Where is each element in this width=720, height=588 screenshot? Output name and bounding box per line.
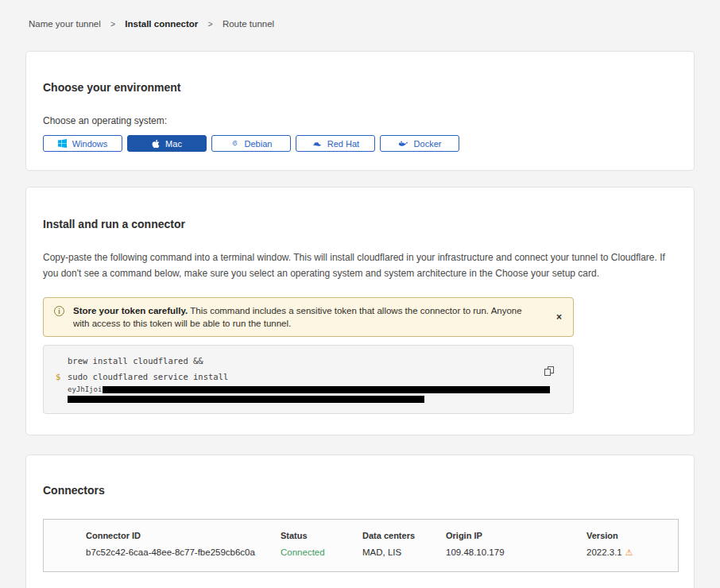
breadcrumb-separator: > [110, 19, 115, 29]
debian-icon [230, 139, 239, 148]
code-line-1: brew install cloudflared && [68, 353, 538, 369]
close-icon[interactable]: × [553, 310, 565, 324]
redhat-icon [312, 141, 322, 147]
environment-card-title: Choose your environment [43, 81, 677, 94]
os-button-row: Windows Mac Debian Red Hat Docker [43, 135, 677, 152]
breadcrumb: Name your tunnel > Install connector > R… [0, 0, 720, 29]
info-icon: i [54, 306, 64, 316]
breadcrumb-step-name-your-tunnel[interactable]: Name your tunnel [29, 19, 101, 29]
os-button-label: Docker [414, 139, 442, 149]
code-line-2: sudo cloudflared service install [68, 369, 538, 385]
install-connector-card: Install and run a connector Copy-paste t… [25, 187, 695, 435]
copy-icon[interactable] [544, 366, 555, 378]
token-line [68, 395, 538, 404]
docker-icon [398, 140, 408, 148]
shell-prompt: $ [56, 372, 60, 381]
cell-data-centers: MAD, LIS [362, 547, 446, 558]
os-button-windows[interactable]: Windows [43, 135, 122, 152]
os-button-label: Debian [245, 139, 273, 149]
cell-origin-ip: 109.48.10.179 [446, 547, 586, 558]
os-button-redhat[interactable]: Red Hat [296, 135, 375, 152]
col-header-version: Version [586, 531, 678, 540]
breadcrumb-step-route-tunnel[interactable]: Route tunnel [223, 19, 274, 29]
windows-icon [58, 139, 67, 148]
install-card-title: Install and run a connector [43, 218, 677, 230]
redacted-token-bar [68, 396, 424, 403]
breadcrumb-separator: > [208, 19, 213, 29]
token-line: eyJhIjoi [68, 385, 538, 394]
connectors-card-title: Connectors [43, 484, 677, 497]
operating-system-label: Choose an operating system: [43, 115, 677, 126]
warning-bold-text: Store your token carefully. [73, 306, 188, 315]
version-warning-icon: ⚠ [625, 547, 633, 557]
redacted-token-bar [103, 386, 550, 393]
os-button-mac[interactable]: Mac [127, 135, 207, 152]
token-warning-banner: i Store your token carefully. This comma… [43, 297, 574, 337]
col-header-connector-id: Connector ID [86, 531, 281, 540]
apple-icon [152, 139, 160, 149]
cell-version: 2022.3.1⚠ [586, 547, 678, 558]
col-header-status: Status [281, 531, 362, 540]
token-prefix: eyJhIjoi [68, 385, 102, 393]
breadcrumb-step-install-connector[interactable]: Install connector [125, 19, 198, 29]
choose-environment-card: Choose your environment Choose an operat… [25, 51, 695, 171]
os-button-debian[interactable]: Debian [211, 135, 291, 152]
cell-connector-id: b7c52c42-6caa-48ee-8c77-fbe259cb6c0a [86, 547, 281, 558]
os-button-label: Windows [72, 139, 108, 149]
connectors-card: Connectors Connector ID Status Data cent… [25, 455, 695, 588]
col-header-origin-ip: Origin IP [446, 531, 586, 540]
install-command-code-block: $ brew install cloudflared && sudo cloud… [43, 345, 574, 414]
os-button-label: Red Hat [327, 139, 359, 149]
os-button-label: Mac [165, 139, 182, 149]
col-header-data-centers: Data centers [362, 531, 446, 540]
connectors-table: Connector ID Status Data centers Origin … [43, 519, 679, 572]
install-description: Copy-paste the following command into a … [43, 250, 677, 281]
status-badge: Connected [281, 547, 362, 558]
os-button-docker[interactable]: Docker [380, 135, 459, 152]
